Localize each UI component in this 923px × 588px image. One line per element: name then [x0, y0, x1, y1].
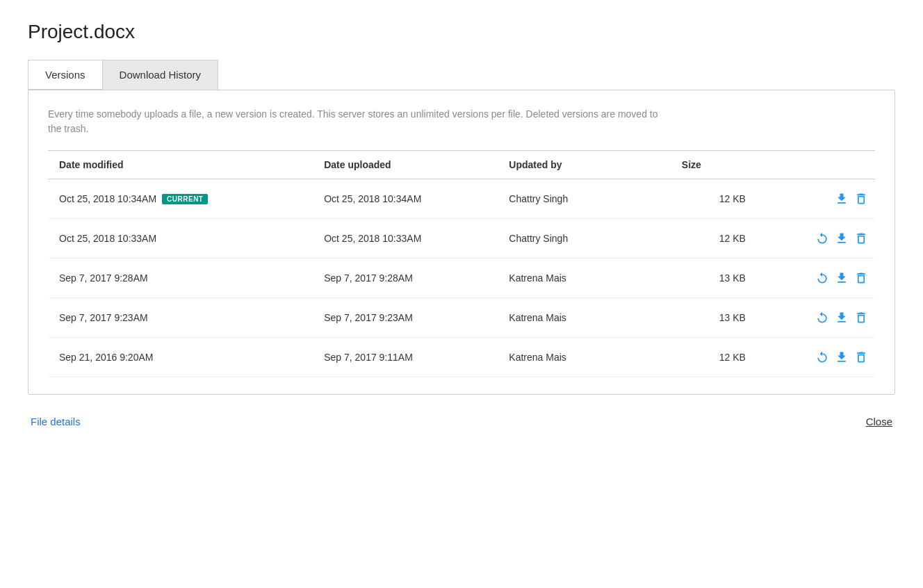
col-date-modified: Date modified — [48, 151, 313, 179]
tab-versions[interactable]: Versions — [28, 60, 103, 90]
download-icon[interactable] — [835, 231, 849, 245]
current-badge: CURRENT — [162, 194, 208, 204]
content-panel: Every time somebody uploads a file, a ne… — [28, 90, 895, 395]
delete-icon[interactable] — [854, 271, 868, 285]
restore-icon[interactable] — [815, 311, 829, 325]
table-header-row: Date modified Date uploaded Updated by S… — [48, 151, 875, 179]
cell-actions — [757, 219, 875, 259]
cell-size: 13 KB — [623, 259, 757, 298]
download-icon[interactable] — [835, 271, 849, 285]
col-updated-by: Updated by — [498, 151, 623, 179]
cell-date-modified: Sep 7, 2017 9:28AM — [48, 259, 313, 298]
cell-date-modified: Oct 25, 2018 10:34AMCURRENT — [48, 179, 313, 219]
tab-list: Versions Download History — [28, 60, 895, 90]
cell-date-uploaded: Oct 25, 2018 10:33AM — [313, 219, 498, 259]
cell-date-uploaded: Sep 7, 2017 9:28AM — [313, 259, 498, 298]
table-row: Oct 25, 2018 10:33AMOct 25, 2018 10:33AM… — [48, 219, 875, 259]
cell-updated-by: Chattry Singh — [498, 219, 623, 259]
cell-date-modified: Sep 21, 2016 9:20AM — [48, 338, 313, 377]
cell-updated-by: Chattry Singh — [498, 179, 623, 219]
delete-icon[interactable] — [854, 192, 868, 206]
tab-download-history[interactable]: Download History — [102, 60, 219, 90]
cell-updated-by: Katrena Mais — [498, 298, 623, 338]
restore-icon[interactable] — [815, 271, 829, 285]
download-icon[interactable] — [835, 311, 849, 325]
cell-date-uploaded: Sep 7, 2017 9:23AM — [313, 298, 498, 338]
restore-icon[interactable] — [815, 231, 829, 245]
versions-table-container[interactable]: Date modified Date uploaded Updated by S… — [48, 150, 875, 377]
footer: File details Close — [28, 416, 895, 427]
delete-icon[interactable] — [854, 231, 868, 245]
cell-actions — [757, 298, 875, 338]
cell-size: 12 KB — [623, 179, 757, 219]
cell-updated-by: Katrena Mais — [498, 338, 623, 377]
cell-date-modified: Oct 25, 2018 10:33AM — [48, 219, 313, 259]
close-link[interactable]: Close — [866, 416, 892, 427]
cell-size: 12 KB — [623, 219, 757, 259]
cell-actions — [757, 259, 875, 298]
description-text: Every time somebody uploads a file, a ne… — [48, 107, 673, 136]
col-date-uploaded: Date uploaded — [313, 151, 498, 179]
download-icon[interactable] — [835, 350, 849, 364]
col-actions — [757, 151, 875, 179]
delete-icon[interactable] — [854, 311, 868, 325]
file-details-link[interactable]: File details — [31, 416, 81, 427]
table-row: Sep 7, 2017 9:28AMSep 7, 2017 9:28AMKatr… — [48, 259, 875, 298]
table-row: Oct 25, 2018 10:34AMCURRENTOct 25, 2018 … — [48, 179, 875, 219]
table-row: Sep 21, 2016 9:20AMSep 7, 2017 9:11AMKat… — [48, 338, 875, 377]
versions-table: Date modified Date uploaded Updated by S… — [48, 150, 875, 377]
cell-updated-by: Katrena Mais — [498, 259, 623, 298]
page-title: Project.docx — [28, 21, 895, 43]
cell-actions — [757, 338, 875, 377]
delete-icon[interactable] — [854, 350, 868, 364]
cell-date-modified: Sep 7, 2017 9:23AM — [48, 298, 313, 338]
cell-size: 12 KB — [623, 338, 757, 377]
cell-date-uploaded: Oct 25, 2018 10:34AM — [313, 179, 498, 219]
tabs-container: Versions Download History Every time som… — [28, 60, 895, 395]
cell-actions — [757, 179, 875, 219]
download-icon[interactable] — [835, 192, 849, 206]
table-row: Sep 7, 2017 9:23AMSep 7, 2017 9:23AMKatr… — [48, 298, 875, 338]
restore-icon[interactable] — [815, 350, 829, 364]
cell-size: 13 KB — [623, 298, 757, 338]
col-size: Size — [623, 151, 757, 179]
cell-date-uploaded: Sep 7, 2017 9:11AM — [313, 338, 498, 377]
